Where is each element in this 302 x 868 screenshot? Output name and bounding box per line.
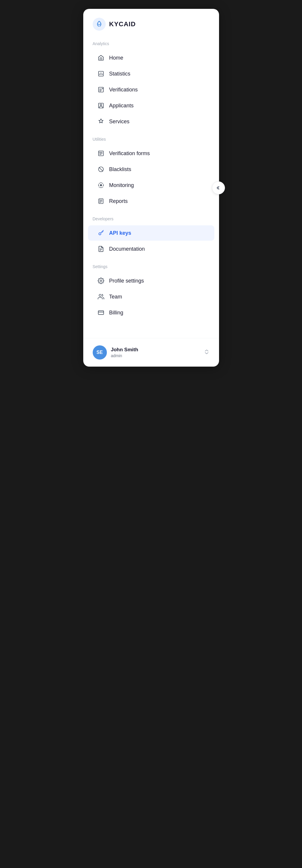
billing-icon (98, 309, 105, 316)
svg-point-16 (99, 294, 101, 297)
section-analytics-label: Analytics (83, 41, 219, 50)
sidebar-item-api-keys[interactable]: API keys (88, 225, 214, 241)
svg-rect-17 (98, 311, 103, 315)
sidebar-item-verifications[interactable]: Verifications (88, 82, 214, 97)
sidebar-item-profile-settings-label: Profile settings (109, 278, 144, 284)
sidebar-item-blacklists[interactable]: Blacklists (88, 162, 214, 177)
user-menu-chevron-icon (204, 349, 210, 356)
home-icon (98, 54, 105, 61)
svg-line-7 (99, 167, 103, 172)
sidebar-item-team-label: Team (109, 294, 122, 300)
profile-settings-icon (98, 277, 105, 284)
sidebar-item-applicants-label: Applicants (109, 103, 134, 109)
logo-icon (93, 18, 106, 31)
sidebar-item-reports[interactable]: Reports (88, 193, 214, 209)
sidebar-item-verifications-label: Verifications (109, 87, 138, 93)
user-role: admin (111, 353, 199, 358)
sidebar-item-api-keys-label: API keys (109, 230, 131, 236)
section-settings-label: Settings (83, 264, 219, 273)
monitoring-icon (98, 182, 105, 189)
team-icon (98, 293, 105, 300)
verifications-icon (98, 86, 105, 93)
sidebar-item-home-label: Home (109, 55, 123, 61)
forms-icon (98, 150, 105, 157)
sidebar-item-applicants[interactable]: Applicants (88, 98, 214, 113)
statistics-icon (98, 70, 105, 77)
sidebar-item-blacklists-label: Blacklists (109, 166, 131, 173)
user-name: John Smith (111, 347, 199, 353)
sidebar-item-home[interactable]: Home (88, 50, 214, 65)
logo-area: KYCAID (83, 18, 219, 39)
collapse-sidebar-button[interactable] (212, 181, 225, 194)
sidebar-item-documentation[interactable]: Documentation (88, 241, 214, 257)
svg-rect-1 (98, 87, 103, 92)
sidebar-item-verification-forms[interactable]: Verification forms (88, 146, 214, 161)
svg-point-15 (100, 280, 102, 282)
sidebar-item-team[interactable]: Team (88, 289, 214, 304)
sidebar: KYCAID Analytics Home Statistics (83, 9, 219, 367)
sidebar-item-monitoring[interactable]: Monitoring (88, 178, 214, 193)
svg-rect-5 (98, 152, 100, 153)
applicants-icon (98, 102, 105, 109)
sidebar-item-reports-label: Reports (109, 198, 128, 205)
reports-icon (98, 197, 105, 205)
sidebar-item-verification-forms-label: Verification forms (109, 150, 150, 157)
avatar: SE (93, 345, 107, 360)
sidebar-item-documentation-label: Documentation (109, 246, 145, 252)
sidebar-item-services[interactable]: Services (88, 114, 214, 129)
sidebar-item-services-label: Services (109, 119, 130, 125)
services-icon (98, 118, 105, 125)
sidebar-item-profile-settings[interactable]: Profile settings (88, 273, 214, 288)
app-name: KYCAID (109, 20, 136, 28)
user-profile-area[interactable]: SE John Smith admin (83, 338, 219, 367)
svg-point-9 (101, 185, 101, 186)
sidebar-item-statistics-label: Statistics (109, 71, 131, 77)
api-keys-icon (98, 229, 105, 237)
sidebar-item-billing-label: Billing (109, 310, 123, 316)
svg-point-3 (100, 104, 102, 106)
user-info: John Smith admin (111, 347, 199, 358)
sidebar-item-monitoring-label: Monitoring (109, 182, 134, 188)
sidebar-item-billing[interactable]: Billing (88, 305, 214, 320)
documentation-icon (98, 245, 105, 252)
sidebar-item-statistics[interactable]: Statistics (88, 66, 214, 82)
svg-point-11 (99, 233, 101, 235)
section-developers-label: Developers (83, 216, 219, 225)
section-utilities-label: Utilities (83, 137, 219, 145)
blacklists-icon (98, 166, 105, 173)
